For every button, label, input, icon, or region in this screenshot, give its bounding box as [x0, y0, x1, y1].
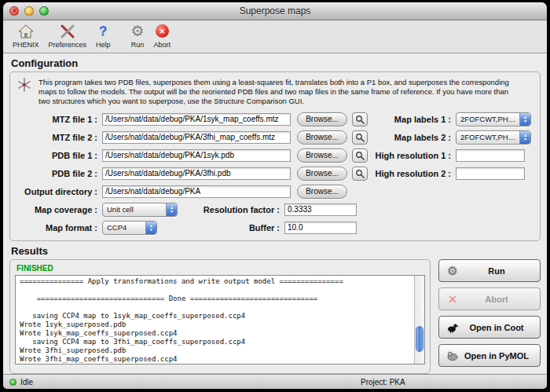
browse-button-output[interactable]: Browse... — [297, 185, 347, 199]
form-row-mtz1: MTZ file 1 : Browse... Map labels 1 : 2F… — [16, 110, 534, 128]
configuration-heading: Configuration — [11, 57, 547, 69]
map-labels-1-select[interactable]: 2FOFCWT,PHI2FOF... ▲▼ — [456, 112, 531, 126]
abort-button-label: Abort — [460, 295, 534, 304]
magnifier-button-pdb2[interactable] — [352, 167, 368, 181]
gear-icon: ⚙ — [131, 22, 145, 40]
console-output[interactable]: =============== Apply transformations an… — [15, 275, 425, 365]
help-icon: ? — [99, 22, 107, 40]
high-resolution-1-input[interactable] — [456, 149, 525, 162]
toolbar-run-label: Run — [131, 41, 145, 49]
status-state: Idle — [20, 378, 33, 387]
abort-button[interactable]: ✕ Abort — [438, 288, 541, 310]
toolbar-phenix-button[interactable]: PHENIX — [13, 22, 39, 49]
form-row-pdb1: PDB file 1 : Browse... High resolution 1… — [16, 146, 534, 164]
pdb-file-1-input[interactable] — [102, 149, 291, 162]
map-format-value: CCP4 — [107, 223, 143, 232]
run-button-label: Run — [460, 266, 534, 276]
abort-x-icon: ✕ — [446, 293, 460, 306]
popup-arrows-icon: ▲▼ — [145, 222, 156, 234]
toolbar-preferences-button[interactable]: Preferences — [49, 22, 87, 49]
tools-icon — [59, 22, 76, 40]
form-row-output: Output directory : Browse... — [16, 182, 534, 200]
results-heading: Results — [11, 245, 547, 257]
console-scrollbar[interactable] — [414, 276, 424, 364]
title-bar: ✕ Superpose maps — [3, 2, 547, 20]
toolbar-abort-button[interactable]: ✕ Abort — [154, 22, 171, 49]
pymol-icon — [446, 350, 460, 361]
pdb-file-1-label: PDB file 1 : — [16, 151, 102, 160]
browse-button-mtz2[interactable]: Browse... — [297, 130, 347, 145]
open-in-pymol-button[interactable]: Open in PyMOL — [438, 344, 541, 367]
gear-icon: ⚙ — [446, 263, 460, 278]
console-text: =============== Apply transformations an… — [16, 276, 424, 365]
popup-arrows-icon: ▲▼ — [166, 203, 177, 216]
action-buttons: ⚙ Run ✕ Abort Open in Coot Open in PyMOL — [438, 259, 541, 374]
resolution-factor-input[interactable] — [284, 203, 357, 216]
program-description: This program takes two PDB files, superp… — [17, 78, 534, 106]
map-labels-2-label: Map labels 2 : — [368, 133, 456, 142]
resolution-factor-label: Resolution factor : — [178, 205, 284, 214]
configuration-panel: This program takes two PDB files, superp… — [9, 71, 541, 241]
map-labels-1-value: 2FOFCWT,PHI2FOF... — [460, 115, 517, 123]
mtz-file-2-input[interactable] — [102, 131, 291, 144]
popup-arrows-icon: ▲▼ — [519, 131, 530, 144]
browse-button-pdb2[interactable]: Browse... — [297, 167, 347, 181]
map-labels-1-label: Map labels 1 : — [368, 115, 456, 124]
project-label: Project: PKA — [361, 378, 405, 387]
status-dot-icon — [9, 379, 16, 386]
mtz-file-2-label: MTZ file 2 : — [16, 133, 102, 142]
high-resolution-1-label: High resolution 1 : — [368, 151, 456, 160]
browse-button-mtz1[interactable]: Browse... — [297, 112, 347, 126]
status-badge: FINISHED — [16, 264, 425, 273]
map-format-select[interactable]: CCP4 ▲▼ — [102, 221, 157, 235]
results-area: FINISHED =============== Apply transform… — [9, 259, 541, 374]
form-row-coverage: Map coverage : Unit cell ▲▼ Resolution f… — [16, 200, 534, 218]
output-directory-input[interactable] — [102, 185, 291, 198]
map-coverage-select[interactable]: Unit cell ▲▼ — [102, 203, 178, 217]
app-window: ✕ Superpose maps PHENIX Preferences ? He… — [3, 2, 547, 389]
high-resolution-2-input[interactable] — [456, 167, 525, 180]
browse-button-pdb1[interactable]: Browse... — [297, 148, 347, 163]
status-bar: Idle Project: PKA — [3, 374, 547, 389]
magnifier-button-mtz1[interactable] — [352, 112, 368, 126]
home-icon — [17, 22, 35, 40]
form-row-pdb2: PDB file 2 : Browse... High resolution 2… — [16, 164, 534, 182]
toolbar-help-button[interactable]: ? Help — [96, 22, 111, 49]
magnifier-button-mtz2[interactable] — [352, 130, 368, 145]
mtz-file-1-input[interactable] — [102, 113, 291, 126]
toolbar-preferences-label: Preferences — [49, 41, 87, 49]
description-text: This program takes two PDB files, superp… — [38, 78, 519, 106]
map-labels-2-value: 2FOFCWT,PHI2FOF... — [460, 133, 517, 141]
magnifier-button-pdb1[interactable] — [352, 148, 368, 163]
run-button[interactable]: ⚙ Run — [438, 259, 541, 282]
map-coverage-label: Map coverage : — [16, 205, 102, 214]
open-in-pymol-label: Open in PyMOL — [460, 351, 534, 361]
buffer-input[interactable] — [284, 222, 357, 234]
form-row-mtz2: MTZ file 2 : Browse... Map labels 2 : 2F… — [16, 128, 534, 146]
abort-icon: ✕ — [156, 22, 169, 40]
results-panel: FINISHED =============== Apply transform… — [9, 259, 431, 374]
map-coverage-value: Unit cell — [107, 205, 163, 214]
toolbar-run-button[interactable]: ⚙ Run — [131, 22, 145, 49]
toolbar: PHENIX Preferences ? Help ⚙ Run ✕ Abort — [3, 20, 547, 53]
popup-arrows-icon: ▲▼ — [519, 113, 530, 126]
phenix-logo-icon — [17, 78, 31, 106]
open-in-coot-label: Open in Coot — [460, 323, 534, 332]
pdb-file-2-label: PDB file 2 : — [16, 169, 102, 178]
open-in-coot-button[interactable]: Open in Coot — [438, 316, 541, 339]
high-resolution-2-label: High resolution 2 : — [368, 169, 456, 178]
toolbar-phenix-label: PHENIX — [13, 41, 39, 49]
map-format-label: Map format : — [16, 223, 102, 233]
map-labels-2-select[interactable]: 2FOFCWT,PHI2FOF... ▲▼ — [456, 130, 531, 145]
pdb-file-2-input[interactable] — [102, 167, 291, 180]
scrollbar-thumb[interactable] — [416, 326, 424, 353]
output-directory-label: Output directory : — [16, 187, 102, 196]
window-title: Superpose maps — [3, 2, 547, 20]
mtz-file-1-label: MTZ file 1 : — [16, 115, 102, 124]
buffer-label: Buffer : — [178, 223, 284, 233]
form-row-format: Map format : CCP4 ▲▼ Buffer : — [16, 218, 534, 236]
coot-bird-icon — [446, 322, 460, 333]
toolbar-help-label: Help — [96, 41, 111, 49]
toolbar-abort-label: Abort — [154, 41, 171, 49]
